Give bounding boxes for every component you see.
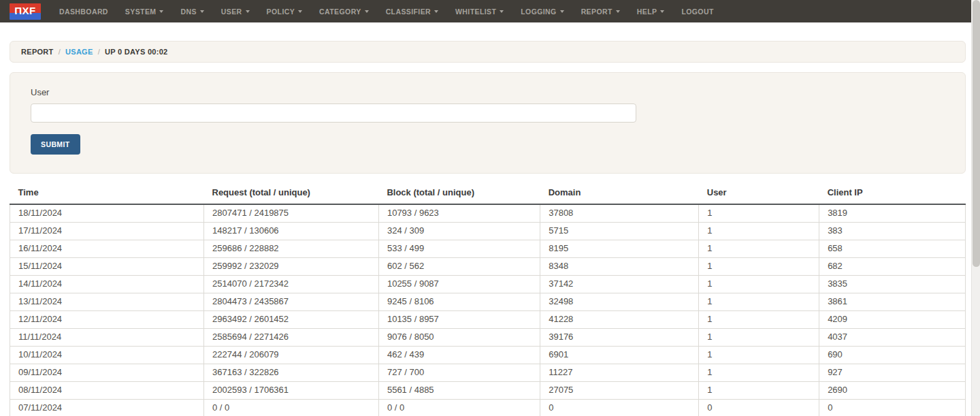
table-cell: 08/11/2024 xyxy=(10,382,204,400)
chevron-down-icon xyxy=(560,10,564,13)
nav-item-policy[interactable]: POLICY xyxy=(267,7,303,16)
usage-table: TimeRequest (total / unique)Block (total… xyxy=(10,180,966,416)
table-cell: 8348 xyxy=(540,258,699,276)
table-cell: 14/11/2024 xyxy=(10,276,204,293)
table-row: 11/11/20242585694 / 22714269076 / 805039… xyxy=(10,329,966,347)
nav-item-logging[interactable]: LOGGING xyxy=(521,7,564,16)
nav-item-label: DASHBOARD xyxy=(59,7,108,16)
column-header: User xyxy=(699,180,819,204)
chevron-down-icon xyxy=(200,10,204,13)
table-cell: 17/11/2024 xyxy=(10,223,204,240)
column-header: Client IP xyxy=(819,180,966,204)
table-cell: 10135 / 8957 xyxy=(378,311,540,329)
table-cell: 259686 / 228882 xyxy=(204,240,379,258)
table-cell: 16/11/2024 xyxy=(10,240,204,258)
table-cell: 12/11/2024 xyxy=(10,311,204,329)
table-cell: 1 xyxy=(699,276,819,293)
table-cell: 09/11/2024 xyxy=(10,364,204,382)
chevron-down-icon xyxy=(434,10,438,13)
table-row: 14/11/20242514070 / 217234210255 / 90873… xyxy=(10,276,966,293)
nav-item-report[interactable]: REPORT xyxy=(581,7,620,16)
submit-button[interactable]: SUBMIT xyxy=(31,134,80,155)
table-cell: 4037 xyxy=(819,329,966,347)
table-cell: 27075 xyxy=(540,382,699,400)
table-cell: 682 xyxy=(819,258,966,276)
table-cell: 1 xyxy=(699,240,819,258)
column-header: Time xyxy=(10,180,204,204)
column-header: Request (total / unique) xyxy=(204,180,379,204)
table-row: 18/11/20242807471 / 241987510793 / 96233… xyxy=(10,204,966,223)
user-input[interactable] xyxy=(31,103,636,123)
table-cell: 5715 xyxy=(540,223,699,240)
table-cell: 1 xyxy=(699,347,819,364)
scrollbar-track[interactable] xyxy=(971,0,980,416)
nav-item-label: HELP xyxy=(637,7,657,16)
table-row: 16/11/2024259686 / 228882533 / 499819516… xyxy=(10,240,966,258)
nav-item-label: DNS xyxy=(180,7,196,16)
chevron-down-icon xyxy=(660,10,664,13)
table-cell: 2514070 / 2172342 xyxy=(204,276,379,293)
table-cell: 11227 xyxy=(540,364,699,382)
table-cell: 37808 xyxy=(540,204,699,223)
table-cell: 13/11/2024 xyxy=(10,293,204,311)
table-cell: 533 / 499 xyxy=(378,240,540,258)
nav-item-category[interactable]: CATEGORY xyxy=(319,7,369,16)
column-header: Block (total / unique) xyxy=(378,180,540,204)
breadcrumb-item-1[interactable]: USAGE xyxy=(65,48,93,56)
table-cell: 0 xyxy=(699,400,819,416)
user-field-label: User xyxy=(31,87,945,97)
table-cell: 0 xyxy=(819,400,966,416)
table-cell: 2690 xyxy=(819,382,966,400)
nav-menu: DASHBOARDSYSTEMDNSUSERPOLICYCATEGORYCLAS… xyxy=(59,7,731,16)
nav-item-user[interactable]: USER xyxy=(221,7,250,16)
table-cell: 0 xyxy=(540,400,699,416)
nav-item-label: POLICY xyxy=(267,7,295,16)
table-cell: 39176 xyxy=(540,329,699,347)
breadcrumb: REPORT/USAGE/UP 0 DAYS 00:02 xyxy=(10,41,966,63)
table-row: 08/11/20242002593 / 17063615561 / 488527… xyxy=(10,382,966,400)
nav-item-help[interactable]: HELP xyxy=(637,7,665,16)
table-cell: 1 xyxy=(699,258,819,276)
nav-item-classifier[interactable]: CLASSIFIER xyxy=(386,7,438,16)
table-cell: 10793 / 9623 xyxy=(378,204,540,223)
nav-item-logout[interactable]: LOGOUT xyxy=(681,7,713,16)
user-filter-form: User SUBMIT xyxy=(10,72,966,174)
table-cell: 41228 xyxy=(540,311,699,329)
table-cell: 602 / 562 xyxy=(378,258,540,276)
table-cell: 1 xyxy=(699,223,819,240)
nav-item-dns[interactable]: DNS xyxy=(180,7,203,16)
chevron-down-icon xyxy=(616,10,620,13)
table-cell: 727 / 700 xyxy=(378,364,540,382)
table-cell: 3835 xyxy=(819,276,966,293)
top-navbar: ΠXF DASHBOARDSYSTEMDNSUSERPOLICYCATEGORY… xyxy=(0,0,971,22)
nav-item-label: CATEGORY xyxy=(319,7,361,16)
table-cell: 222744 / 206079 xyxy=(204,347,379,364)
table-cell: 2002593 / 1706361 xyxy=(204,382,379,400)
nav-item-system[interactable]: SYSTEM xyxy=(125,7,164,16)
table-cell: 18/11/2024 xyxy=(10,204,204,223)
table-cell: 10/11/2024 xyxy=(10,347,204,364)
table-cell: 8195 xyxy=(540,240,699,258)
table-cell: 5561 / 4885 xyxy=(378,382,540,400)
table-cell: 148217 / 130606 xyxy=(204,223,379,240)
main-content: REPORT/USAGE/UP 0 DAYS 00:02 User SUBMIT… xyxy=(10,22,966,416)
chevron-down-icon xyxy=(500,10,504,13)
chevron-down-icon xyxy=(298,10,302,13)
app-logo[interactable]: ΠXF xyxy=(10,3,41,20)
table-cell: 1 xyxy=(699,364,819,382)
table-row: 13/11/20242804473 / 24358679245 / 810632… xyxy=(10,293,966,311)
breadcrumb-item-2: UP 0 DAYS 00:02 xyxy=(105,48,168,56)
nav-item-whitelist[interactable]: WHITELIST xyxy=(455,7,504,16)
nav-item-label: USER xyxy=(221,7,242,16)
table-cell: 1 xyxy=(699,311,819,329)
scrollbar-thumb[interactable] xyxy=(973,0,980,267)
table-cell: 462 / 439 xyxy=(378,347,540,364)
nav-item-label: SYSTEM xyxy=(125,7,157,16)
nav-item-dashboard[interactable]: DASHBOARD xyxy=(59,7,108,16)
table-cell: 2963492 / 2601452 xyxy=(204,311,379,329)
table-cell: 07/11/2024 xyxy=(10,400,204,416)
table-cell: 3819 xyxy=(819,204,966,223)
nav-item-label: WHITELIST xyxy=(455,7,496,16)
table-cell: 1 xyxy=(699,204,819,223)
breadcrumb-separator: / xyxy=(59,48,61,56)
